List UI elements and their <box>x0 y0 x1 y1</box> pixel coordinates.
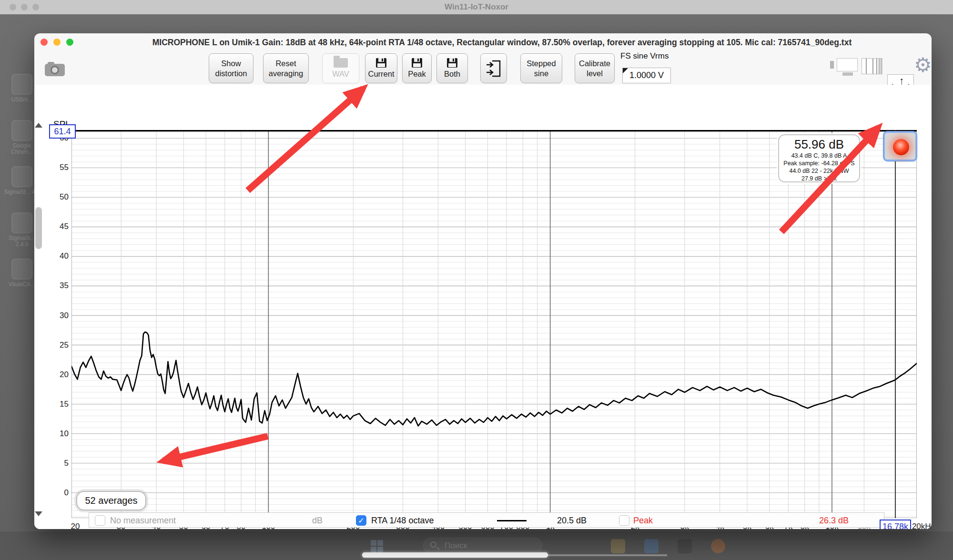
both-label: Both <box>444 69 460 79</box>
averages-status-badge: 52 averages <box>76 491 146 510</box>
peak-trace-label: Peak <box>633 516 653 526</box>
y-tick-label: 20 <box>50 370 69 380</box>
above-22k-level: 27.9 dB >22k <box>779 175 859 182</box>
db-unit-label: dB <box>312 516 323 526</box>
wav-label: WAV <box>332 69 349 79</box>
stepped-sine-label: Stepped sine <box>521 59 562 78</box>
save-icon <box>447 58 457 68</box>
vertical-scrollbar-thumb[interactable] <box>35 207 42 249</box>
zoom-icon[interactable] <box>66 39 73 46</box>
folder-icon <box>334 58 348 68</box>
taskbar-dimmed: Поиск <box>0 531 953 560</box>
y-tick-label: 50 <box>50 192 69 202</box>
spinner-corner-icon <box>623 68 628 73</box>
stepped-sine-button[interactable]: Stepped sine <box>520 53 562 83</box>
rta-trace-value: 20.5 dB <box>557 516 587 526</box>
band-level: 44.0 dB 22 - 22k UNW <box>779 167 859 175</box>
calibrate-level-button[interactable]: Calibrate level <box>575 53 615 83</box>
host-window-title: Win11-IoT-Noxor <box>0 2 953 12</box>
rta-trace <box>71 332 917 426</box>
peak-trace-value: 26.3 dB <box>819 516 849 526</box>
rta-checkbox[interactable]: ✓ <box>356 515 366 526</box>
show-distortion-label: Show distortion <box>209 59 253 78</box>
fs-sine-vrms-label: FS sine Vrms <box>620 51 669 61</box>
x-tick-label: 20kHz <box>912 522 932 529</box>
shortcut-icon <box>11 212 32 233</box>
search-placeholder: Поиск <box>445 541 467 550</box>
spl-value: 55.96 dB <box>779 137 859 152</box>
route-arrows-icon <box>486 58 502 79</box>
save-icon <box>376 58 386 68</box>
log-frequency-axis-icon[interactable] <box>862 58 882 74</box>
reset-averaging-button[interactable]: Reset averaging <box>263 53 309 83</box>
peak-sample: Peak sample: -64.28 dBFS <box>779 160 859 167</box>
y-tick-label: 10 <box>50 429 69 439</box>
rta-plot[interactable] <box>71 130 917 518</box>
camera-icon[interactable] <box>45 61 65 76</box>
taskbar-highlight-bar <box>362 552 548 558</box>
y-tick-label: 55 <box>50 163 69 172</box>
rta-trace-label: RTA 1/48 octave <box>371 516 434 526</box>
gear-icon[interactable]: ⚙ <box>914 55 932 75</box>
x-tick-label: 20 <box>71 522 80 529</box>
reset-averaging-label: Reset averaging <box>264 59 308 78</box>
y-tick-label: 30 <box>50 311 69 320</box>
save-peak-button[interactable]: Peak <box>402 53 432 83</box>
record-button[interactable] <box>883 131 917 161</box>
y-tick-label: 15 <box>50 400 69 409</box>
y-tick-label: 35 <box>50 281 69 290</box>
rew-spl-meter-window: MICROPHONE L on Umik-1 Gain: 18dB at 48 … <box>34 33 932 529</box>
y-tick-label: 0 <box>50 488 69 498</box>
peak-label: Peak <box>408 69 426 79</box>
no-measurement-label: No measurement <box>110 516 176 526</box>
windows-logo-icon <box>371 540 383 552</box>
rta-trace-swatch <box>497 520 527 521</box>
save-current-button[interactable]: Current <box>365 53 397 83</box>
save-both-button[interactable]: Both <box>436 53 468 83</box>
check-icon: ✓ <box>358 517 364 525</box>
minimize-icon[interactable] <box>53 39 61 46</box>
save-wav-button: WAV <box>322 53 359 83</box>
axis-scroll-down-icon[interactable] <box>35 511 42 516</box>
y-tick-label: 25 <box>50 340 69 350</box>
axis-scroll-up-icon[interactable] <box>35 123 42 128</box>
shortcut-icon <box>11 74 32 95</box>
search-icon <box>430 541 436 548</box>
taskbar-search: Поиск <box>423 538 542 554</box>
display-icon[interactable] <box>830 58 859 76</box>
y-tick-label: 5 <box>50 459 69 468</box>
rew-app-icon <box>678 539 692 553</box>
level-info-box: 55.96 dB 43.4 dB C, 39.8 dB A Peak sampl… <box>778 134 860 182</box>
peak-checkbox[interactable] <box>619 515 629 526</box>
cursor-spl-readout: 61.4 <box>49 124 76 139</box>
weighted-values: 43.4 dB C, 39.8 dB A <box>779 152 859 160</box>
cursor-frequency-readout: 16.78k <box>880 520 911 529</box>
trace-legend-bar: No measurement dB ✓ RTA 1/48 octave 20.5… <box>89 512 884 528</box>
spl-chart: 605550454035302520151050 203040506070801… <box>34 85 932 529</box>
blue-app-icon <box>644 539 659 553</box>
generator-route-button[interactable] <box>480 53 507 83</box>
calibrate-level-label: Calibrate level <box>575 59 614 78</box>
close-icon[interactable] <box>41 39 48 46</box>
y-tick-label: 45 <box>50 222 69 231</box>
orange-app-icon <box>711 539 725 553</box>
show-distortion-button[interactable]: Show distortion <box>209 53 253 83</box>
window-title: MICROPHONE L on Umik-1 Gain: 18dB at 48 … <box>91 38 912 48</box>
taskbar-highlight-line <box>543 554 667 556</box>
record-icon <box>893 139 909 155</box>
save-icon <box>412 58 422 68</box>
current-label: Current <box>368 69 394 79</box>
no-measurement-checkbox[interactable] <box>95 515 105 526</box>
shortcut-icon <box>11 120 32 141</box>
shortcut-icon <box>11 259 32 280</box>
folder-app-icon <box>611 539 625 553</box>
fs-sine-vrms-input[interactable] <box>622 68 671 83</box>
y-tick-label: 40 <box>50 251 69 261</box>
macos-menubar: Win11-IoT-Noxor <box>0 0 953 14</box>
window-titlebar: MICROPHONE L on Umik-1 Gain: 18dB at 48 … <box>34 33 932 51</box>
shortcut-icon <box>11 166 32 187</box>
